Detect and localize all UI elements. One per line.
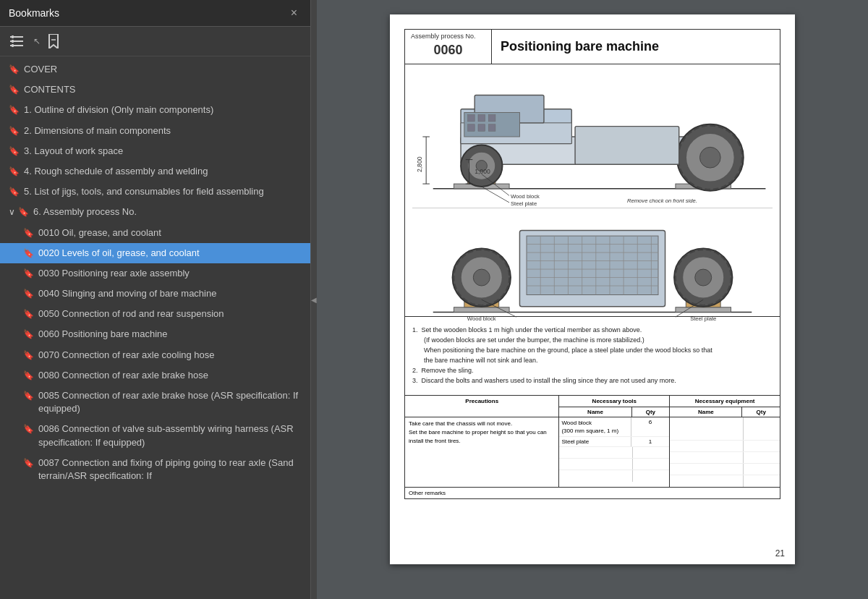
svg-point-28 <box>699 147 720 168</box>
bookmark-item-item0086[interactable]: 🔖0086 Connection of valve sub-assembly w… <box>0 419 310 452</box>
svg-rect-17 <box>468 114 475 122</box>
tools-qty-header: Qty <box>632 407 670 417</box>
cursor-indicator: ↖ <box>33 36 41 46</box>
bookmark-icon-button[interactable] <box>45 31 62 51</box>
pdf-content[interactable]: Assembly process No. 0060 Positioning ba… <box>317 0 868 599</box>
list-icon <box>10 35 25 47</box>
bookmark-item-item4[interactable]: 🔖4. Rough schedule of assembly and weldi… <box>0 161 310 182</box>
instruction-2: 2. Remove the sling. <box>412 366 773 376</box>
machine-bottom-svg: Wood block Steel plate <box>412 214 773 326</box>
bottom-table: Precautions Necessary tools Name Qty Nec… <box>404 396 780 499</box>
instruction-1c: When positioning the bare machine on the… <box>412 346 773 356</box>
instruction-1d: the bare machine will not sink and lean. <box>412 356 773 366</box>
instruction-1b: (If wooden blocks are set under the bump… <box>412 336 773 346</box>
assembly-no-value: 0060 <box>411 40 485 61</box>
bookmarks-panel: Bookmarks × ↖ 🔖COVER🔖CONTENTS🔖1. Outline… <box>0 0 311 599</box>
bookmarks-list[interactable]: 🔖COVER🔖CONTENTS🔖1. Outline of division (… <box>0 56 310 599</box>
svg-rect-4 <box>12 40 14 43</box>
svg-text:Wood block: Wood block <box>467 315 496 322</box>
bookmark-item-item2[interactable]: 🔖2. Dimensions of main components <box>0 121 310 141</box>
panel-divider[interactable]: ◀ <box>311 0 317 599</box>
assembly-title-text: Positioning bare machine <box>501 39 659 54</box>
bookmark-icon-item0070: 🔖 <box>23 349 34 362</box>
bookmarks-title: Bookmarks <box>9 7 59 19</box>
list-view-button[interactable] <box>7 33 27 50</box>
bookmark-icon-item0040: 🔖 <box>23 288 34 300</box>
assembly-no-label: Assembly process No. <box>411 33 485 40</box>
machine-diagram-top: 2,800 1,000 Wood block Steel plate <box>412 72 773 202</box>
tool-1-qty: 6 <box>631 417 669 436</box>
bookmark-icon-item2: 🔖 <box>9 125 20 137</box>
bookmark-label-contents: CONTENTS <box>24 83 305 96</box>
bookmark-icon-item0050: 🔖 <box>23 308 34 320</box>
instruction-1: 1. Set the wooden blocks 1 m high under … <box>412 326 773 336</box>
machine-top-svg: 2,800 1,000 Wood block Steel plate <box>412 64 773 209</box>
bookmark-label-item2: 2. Dimensions of main components <box>24 124 305 137</box>
bookmark-icon-item6: 🔖 <box>18 206 29 218</box>
bookmark-item-item0030[interactable]: 🔖0030 Positioning rear axle assembly <box>0 263 310 284</box>
svg-point-55 <box>695 269 712 286</box>
bookmark-label-item0080: 0080 Connection of rear axle brake hose <box>38 369 305 382</box>
bookmark-label-item0020: 0020 Levels of oil, grease, and coolant <box>38 247 305 260</box>
bookmark-label-item6: 6. Assembly process No. <box>33 205 305 218</box>
bookmark-item-contents[interactable]: 🔖CONTENTS <box>0 80 310 100</box>
bookmark-item-item1[interactable]: 🔖1. Outline of division (Only main compo… <box>0 100 310 120</box>
bookmark-icon-item0087: 🔖 <box>23 457 34 470</box>
bookmark-item-item3[interactable]: 🔖3. Layout of work space <box>0 141 310 161</box>
svg-rect-3 <box>12 35 14 38</box>
svg-rect-19 <box>488 114 495 122</box>
bookmark-icon-item4: 🔖 <box>9 166 20 178</box>
bookmark-item-item0060[interactable]: 🔖0060 Positioning bare machine <box>0 324 310 344</box>
close-button[interactable]: × <box>286 6 302 20</box>
assembly-title-cell: Positioning bare machine <box>492 30 668 64</box>
svg-text:Remove chock on front side.: Remove chock on front side. <box>627 197 697 204</box>
svg-point-51 <box>473 269 490 286</box>
page-number: 21 <box>775 548 785 558</box>
bookmark-item-item0070[interactable]: 🔖0070 Connection of rear axle cooling ho… <box>0 345 310 365</box>
tool-1-name: Wood block(300 mm square, 1 m) <box>559 417 631 436</box>
bookmark-item-item0020[interactable]: 🔖0020 Levels of oil, grease, and coolant <box>0 243 310 263</box>
bookmark-item-item0087[interactable]: 🔖0087 Connection and fixing of piping go… <box>0 453 310 486</box>
bookmark-item-item0040[interactable]: 🔖0040 Slinging and moving of bare machin… <box>0 284 310 304</box>
svg-text:Steel plate: Steel plate <box>511 200 537 207</box>
bookmark-item-cover[interactable]: 🔖COVER <box>0 59 310 80</box>
precaution-content: Take care that the chassis will not move… <box>405 417 559 487</box>
svg-rect-45 <box>454 307 509 313</box>
bookmark-label-item0085: 0085 Connection of rear axle brake hose … <box>38 389 305 415</box>
bookmark-item-item5[interactable]: 🔖5. List of jigs, tools, and consumables… <box>0 182 310 202</box>
tools-content: Wood block(300 mm square, 1 m) 6 Steel p… <box>559 417 670 487</box>
svg-rect-22 <box>488 124 495 132</box>
bookmark-item-item6[interactable]: ∨🔖6. Assembly process No. <box>0 202 310 222</box>
bookmark-label-cover: COVER <box>24 63 305 76</box>
bookmark-icon-item0030: 🔖 <box>23 268 34 280</box>
bookmark-item-item0010[interactable]: 🔖0010 Oil, grease, and coolant <box>0 223 310 243</box>
bookmark-item-item0080[interactable]: 🔖0080 Connection of rear axle brake hose <box>0 365 310 386</box>
bookmark-item-item0050[interactable]: 🔖0050 Connection of rod and rear suspens… <box>0 304 310 324</box>
svg-text:1,000: 1,000 <box>475 168 490 175</box>
svg-rect-5 <box>12 44 14 47</box>
bookmark-label-item1: 1. Outline of division (Only main compon… <box>24 103 305 116</box>
bookmark-label-item0010: 0010 Oil, grease, and coolant <box>38 226 305 239</box>
bookmark-label-item0086: 0086 Connection of valve sub-assembly wi… <box>38 422 305 449</box>
precautions-header: Precautions <box>405 396 559 417</box>
tools-name-header: Name <box>559 407 631 417</box>
tool-2-qty: 1 <box>631 437 669 446</box>
equip-qty-header: Qty <box>742 407 780 417</box>
machine-diagram-bottom: Wood block Steel plate <box>412 208 773 309</box>
bookmark-label-item3: 3. Layout of work space <box>24 145 305 158</box>
bookmark-item-item0085[interactable]: 🔖0085 Connection of rear axle brake hose… <box>0 386 310 419</box>
svg-text:Wood block: Wood block <box>511 193 540 200</box>
svg-rect-20 <box>468 124 475 132</box>
pdf-page: Assembly process No. 0060 Positioning ba… <box>390 14 795 564</box>
instruction-3: 3. Discard the bolts and washers used to… <box>412 376 773 386</box>
bookmark-icon-item0080: 🔖 <box>23 370 34 382</box>
expand-arrow: ∨ <box>9 206 15 218</box>
bookmark-icon-cover: 🔖 <box>9 64 20 76</box>
bookmark-icon <box>48 34 59 48</box>
bookmark-icon-item0010: 🔖 <box>23 227 34 239</box>
bookmark-icon-item0060: 🔖 <box>23 328 34 341</box>
bookmark-label-item0060: 0060 Positioning bare machine <box>38 328 305 341</box>
bookmark-icon-item0085: 🔖 <box>23 390 34 402</box>
bookmarks-toolbar: ↖ <box>0 27 310 56</box>
bookmark-label-item5: 5. List of jigs, tools, and consumables … <box>24 185 305 198</box>
